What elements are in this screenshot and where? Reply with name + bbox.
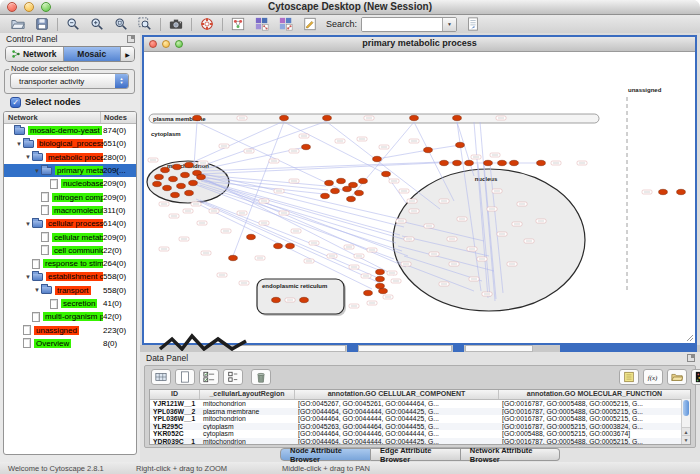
network-view-window[interactable]: primary metabolic process plasma membran… — [142, 35, 697, 345]
network-node[interactable] — [169, 176, 178, 181]
tab-mosaic[interactable]: Mosaic — [64, 47, 122, 61]
network-node[interactable] — [379, 288, 388, 293]
tree-row[interactable]: ▼transport558(0) — [4, 284, 136, 297]
network-node[interactable] — [465, 160, 474, 165]
expand-arrow-icon[interactable]: ▼ — [15, 141, 23, 147]
network-node[interactable] — [498, 160, 507, 165]
network-node[interactable] — [302, 144, 311, 149]
help-lifebuoy-icon[interactable] — [197, 16, 216, 32]
import-attributes-folder-icon[interactable] — [667, 369, 687, 385]
float-panel-icon[interactable] — [687, 354, 695, 362]
network-node[interactable] — [161, 167, 170, 172]
tree-row[interactable]: ▼primary metabo209(... — [4, 164, 136, 177]
network-edge[interactable] — [202, 162, 442, 171]
table-row[interactable]: YDR039C__1mitochondrion[GO:0044464, GO:0… — [150, 438, 690, 445]
network-node[interactable] — [359, 178, 368, 183]
column-nodes[interactable]: Nodes — [104, 113, 127, 122]
delete-attribute-trash-icon[interactable] — [251, 369, 271, 385]
network-node[interactable] — [155, 174, 164, 179]
table-row[interactable]: YPL036W__2plasma membrane[GO:0044464, GO… — [150, 408, 690, 416]
select-attributes-icon[interactable] — [199, 369, 219, 385]
network-node[interactable] — [410, 115, 419, 120]
network-node[interactable] — [484, 160, 493, 165]
tree-row[interactable]: ▼establishment of lo558(0) — [4, 270, 136, 283]
network-canvas[interactable]: plasma membrane cytoplasm mitochondrion … — [144, 51, 695, 343]
node-color-dropdown[interactable]: transporter activity ▲▼ — [10, 73, 129, 89]
tree-row[interactable]: ▼metabolic process280(0) — [4, 151, 136, 164]
annotation-notepad-icon[interactable] — [619, 369, 639, 385]
network-node[interactable] — [173, 164, 182, 169]
network-node[interactable] — [247, 234, 256, 239]
tab-network-attribute-browser[interactable]: Network Attribute Browser — [461, 448, 560, 461]
network-node[interactable] — [376, 283, 385, 288]
tree-row[interactable]: ▼cellular process614(0) — [4, 217, 136, 230]
tree-row[interactable]: macromolecule311(0) — [4, 204, 136, 217]
expand-arrow-icon[interactable]: ▼ — [33, 168, 41, 174]
expand-arrow-icon[interactable]: ▼ — [33, 287, 41, 293]
tree-row[interactable]: multi-organism pro42(0) — [4, 310, 136, 323]
network-edge[interactable] — [194, 122, 197, 166]
window-titlebar[interactable]: Cytoscape Desktop (New Session) — [0, 0, 700, 15]
zoom-fit-icon[interactable] — [111, 16, 130, 32]
network-node[interactable] — [355, 190, 364, 195]
network-node[interactable] — [274, 243, 283, 248]
create-network-icon[interactable] — [228, 16, 247, 32]
import-icon[interactable] — [463, 16, 482, 32]
network-node[interactable] — [286, 243, 295, 248]
network-node[interactable] — [382, 171, 391, 176]
network-edge[interactable] — [199, 178, 408, 256]
network-node[interactable] — [272, 297, 281, 302]
network-node[interactable] — [343, 186, 352, 191]
column-header[interactable]: _cellularLayoutRegion — [200, 390, 295, 399]
search-input[interactable] — [362, 18, 442, 31]
open-folder-icon[interactable] — [8, 16, 27, 32]
network-edge[interactable] — [428, 145, 460, 150]
select-nodes-checkbox[interactable]: ✓ — [10, 97, 21, 108]
network-node[interactable] — [171, 192, 180, 197]
network-node[interactable] — [181, 172, 190, 177]
network-node[interactable] — [337, 178, 346, 183]
network-edge[interactable] — [377, 150, 428, 159]
expand-arrow-icon[interactable]: ▼ — [24, 274, 32, 280]
scrollbar-thumb[interactable] — [683, 400, 689, 416]
network-node[interactable] — [510, 160, 519, 165]
tree-row[interactable]: unassigned223(0) — [4, 323, 136, 336]
zoom-region-icon[interactable] — [135, 16, 154, 32]
scroll-down-icon[interactable]: ▼ — [682, 435, 690, 444]
network-edge[interactable] — [351, 122, 414, 197]
network-node[interactable] — [177, 183, 186, 188]
tree-row[interactable]: cellular metabo209(0) — [4, 230, 136, 243]
network-node[interactable] — [280, 115, 289, 120]
network-node[interactable] — [185, 190, 194, 195]
table-scrollbar[interactable]: ▲ ▼ — [681, 399, 690, 444]
tab-overflow-arrow[interactable]: ▶ — [121, 47, 134, 61]
tree-row[interactable]: mosaic-demo-yeast874(0) — [4, 124, 136, 137]
network-node[interactable] — [376, 276, 385, 281]
network-node[interactable] — [677, 189, 686, 194]
save-icon[interactable] — [32, 16, 51, 32]
network-node[interactable] — [456, 142, 465, 147]
column-header[interactable]: annotation.GO CELLULAR_COMPONENT — [295, 390, 499, 399]
network-edge[interactable] — [200, 185, 402, 251]
network-edge[interactable] — [201, 181, 410, 241]
float-panel-icon[interactable] — [127, 35, 135, 43]
tab-network[interactable]: Network — [6, 47, 64, 61]
network-node[interactable] — [424, 147, 433, 152]
network-view-titlebar[interactable]: primary metabolic process — [144, 37, 695, 52]
table-row[interactable]: YLR295Ccytoplasm[GO:0045263, GO:0044464,… — [150, 423, 690, 431]
new-attribute-icon[interactable] — [175, 369, 195, 385]
table-row[interactable]: YPL036W__1mitochondrion[GO:0044464, GO:0… — [150, 415, 690, 423]
function-builder-icon[interactable]: f(x) — [643, 369, 663, 385]
network-edge[interactable] — [199, 121, 327, 167]
resize-grip-icon[interactable] — [687, 335, 693, 341]
network-node[interactable] — [300, 297, 309, 302]
network-node[interactable] — [185, 162, 194, 167]
column-header[interactable]: ID — [150, 390, 200, 399]
network-node[interactable] — [229, 255, 238, 260]
network-node[interactable] — [364, 290, 373, 295]
tree-row[interactable]: nitrogen compo209(0) — [4, 190, 136, 203]
network-node[interactable] — [440, 160, 449, 165]
network-node[interactable] — [373, 156, 382, 161]
zoom-out-icon[interactable] — [63, 16, 82, 32]
zoom-in-icon[interactable] — [87, 16, 106, 32]
